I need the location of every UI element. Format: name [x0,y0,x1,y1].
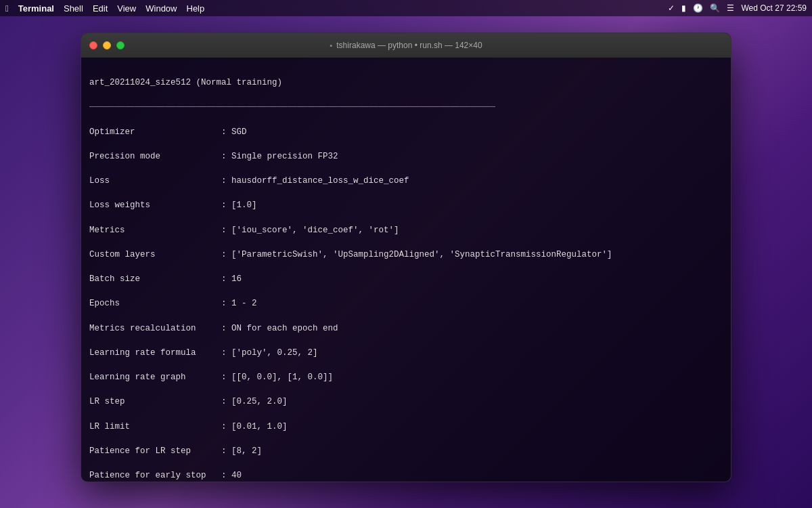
config-metrics-recalc: Metrics recalculation : ON for each epoc… [89,322,723,335]
config-loss: Loss : hausdorff_distance_loss_w_dice_co… [89,175,723,187]
terminal-content[interactable]: art_20211024_size512 (Normal training) ─… [81,58,731,482]
config-lr-formula: Learning rate formula : ['poly', 0.25, 2… [89,347,723,359]
menu-window[interactable]: Window [145,3,177,14]
clock-icon: 🕐 [693,3,703,13]
config-lr-step: LR step : [0.25, 2.0] [89,396,723,408]
config-custom-layers: Custom layers : ['ParametricSwish', 'UpS… [89,249,723,261]
menu-edit[interactable]: Edit [93,3,108,14]
config-loss-weights: Loss weights : [1.0] [89,199,723,211]
config-metrics: Metrics : ['iou_score', 'dice_coef', 'ro… [89,224,723,236]
window-title: ▪ tshirakawa — python • run.sh — 142×40 [330,41,482,50]
notification-icon[interactable]: ☰ [727,3,734,13]
datetime: Wed Oct 27 22:59 [741,3,807,13]
battery-icon[interactable]: ▮ [681,3,686,13]
menu-view[interactable]: View [117,3,136,14]
wifi-icon[interactable]: ✓ [668,3,675,13]
config-patience-early: Patience for early stop : 40 [89,469,723,482]
separator-1: ────────────────────────────────────────… [89,101,723,113]
config-batch: Batch size : 16 [89,273,723,285]
traffic-lights [89,41,125,49]
menu-bar:  Terminal Shell Edit View Window Help ✓… [0,0,812,16]
terminal-icon: ▪ [330,41,332,49]
terminal-window: ▪ tshirakawa — python • run.sh — 142×40 … [81,33,731,482]
config-precision: Precision mode : Single precision FP32 [89,150,723,163]
menu-terminal[interactable]: Terminal [18,3,54,14]
config-epochs: Epochs : 1 - 2 [89,297,723,310]
menu-bar-left:  Terminal Shell Edit View Window Help [5,3,204,14]
config-lr-graph: Learning rate graph : [[0, 0.0], [1, 0.0… [89,371,723,383]
apple-menu[interactable]:  [5,3,9,14]
maximize-button[interactable] [116,41,125,49]
config-lr-limit: LR limit : [0.01, 1.0] [89,421,723,433]
menu-shell[interactable]: Shell [64,3,83,14]
header-line: art_20211024_size512 (Normal training) [89,77,723,89]
close-button[interactable] [89,41,97,49]
title-bar: ▪ tshirakawa — python • run.sh — 142×40 [81,33,731,58]
config-optimizer: Optimizer : SGD [89,126,723,138]
search-icon[interactable]: 🔍 [710,3,720,13]
menu-help[interactable]: Help [187,3,205,14]
config-patience-lr: Patience for LR step : [8, 2] [89,445,723,457]
menu-bar-right: ✓ ▮ 🕐 🔍 ☰ Wed Oct 27 22:59 [668,3,807,13]
minimize-button[interactable] [103,41,111,49]
